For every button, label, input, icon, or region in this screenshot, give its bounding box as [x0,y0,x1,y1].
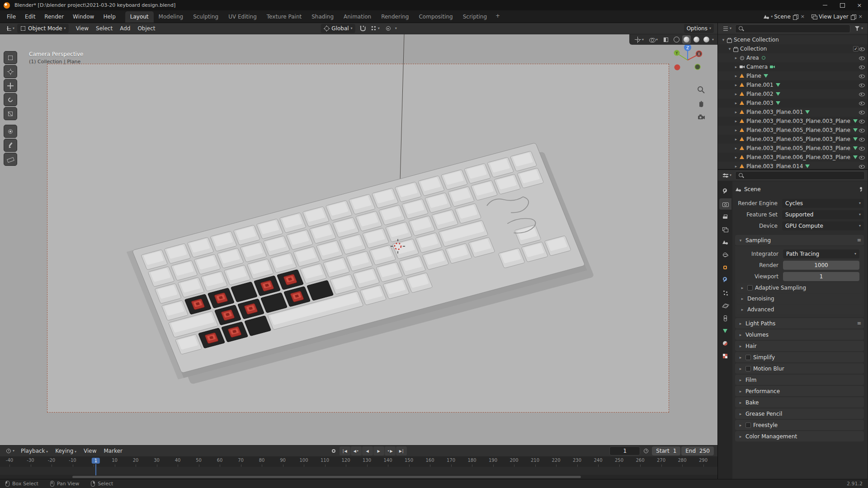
shading-wireframe-button[interactable] [672,35,681,44]
subsection-header[interactable]: Advanced [737,305,862,314]
frame-start-field[interactable]: Start 1 [652,446,680,455]
disclosure-caret[interactable] [733,146,739,150]
panel-menu-icon[interactable]: ≡ [857,237,861,243]
outliner-row[interactable]: Collection [718,44,868,53]
outliner-row[interactable]: Plane.003_Plane.001 [718,108,868,117]
snap-toggle[interactable] [357,24,367,33]
timeline-ruler[interactable]: -40-30-20-100102030405060708090100110120… [0,457,717,467]
shading-solid-button[interactable] [682,35,691,44]
properties-section-header[interactable]: Motion Blur [735,363,864,374]
outliner-row[interactable]: Scene Collection [718,35,868,44]
menubar-item[interactable]: Edit [21,12,39,21]
shading-dropdown[interactable]: ▾ [712,38,714,42]
properties-editor-type-button[interactable]: ▾ [721,171,733,180]
viewport-3d[interactable]: ▾ Object Mode ▾ ViewSelectAddObject Glob… [0,23,717,445]
hide-eye-icon[interactable] [859,73,865,79]
timeline-scrollbar-thumb[interactable] [72,476,581,478]
subsection-header[interactable]: Denoising [737,294,862,304]
integrator-dropdown[interactable]: Path Tracing▾ [783,249,859,258]
properties-tab[interactable] [719,338,731,349]
show-gizmo-dropdown[interactable]: ▾ [633,35,646,44]
properties-section-header[interactable]: Freestyle [735,420,864,430]
timeline-menu-item[interactable]: Playback [17,446,52,455]
samples-number-field[interactable]: 1000 [783,261,859,270]
properties-search-input[interactable] [735,171,865,180]
outliner-row[interactable]: Plane.003_Plane.006_Plane.003_Plane. [718,153,868,162]
properties-section-header[interactable]: Simplify [735,352,864,362]
hide-eye-icon[interactable] [859,145,865,151]
transform-orientation-dropdown[interactable]: Global ▾ [321,24,355,33]
disclosure-caret[interactable] [733,92,739,96]
shading-material-button[interactable] [692,35,701,44]
field-dropdown[interactable]: Supported▾ [782,210,864,219]
outliner-row[interactable]: Plane.003_Plane.014 [718,162,868,169]
proportional-dropdown[interactable]: ▾ [395,27,397,30]
hide-eye-icon[interactable] [859,163,865,169]
auto-keying-toggle[interactable] [329,446,339,455]
outliner-row[interactable]: Area [718,53,868,62]
field-dropdown[interactable]: GPU Compute▾ [782,221,864,230]
hide-eye-icon[interactable] [859,55,865,61]
properties-section-header[interactable]: Performance [735,386,864,396]
outliner-row[interactable]: Plane.003_Plane.003_Plane.003_Plane. [718,117,868,126]
workspace-tab[interactable]: Animation [339,11,376,23]
timeline-menu-item[interactable]: Keying [52,446,80,455]
hide-eye-icon[interactable] [859,46,865,52]
playback-button[interactable] [373,446,384,455]
disclosure-caret[interactable] [733,110,739,114]
disclosure-caret[interactable] [733,74,739,78]
properties-tab[interactable] [719,312,731,324]
workspace-tab[interactable]: Modeling [154,11,189,23]
hide-eye-icon[interactable] [859,118,865,124]
properties-tab[interactable] [719,287,731,298]
hide-eye-icon[interactable] [859,154,865,160]
disclosure-caret[interactable] [733,155,739,160]
section-checkbox[interactable] [745,366,751,371]
view-layer-selector[interactable]: View Layer × [809,12,865,22]
hide-eye-icon[interactable] [859,127,865,133]
subsection-header[interactable]: Adaptive Sampling [737,283,862,293]
outliner-row[interactable]: Plane.003_Plane.005_Plane.003_Plane. [718,144,868,153]
overlays-dropdown[interactable]: ▾ [647,35,660,44]
properties-tab[interactable] [719,325,731,336]
options-dropdown[interactable]: Options ▾ [684,24,714,33]
disclosure-caret[interactable] [721,38,726,42]
minimize-button[interactable] [816,0,834,10]
workspace-tab[interactable]: Sculpting [188,11,223,23]
hide-eye-icon[interactable] [859,136,865,142]
shading-rendered-button[interactable] [702,35,711,44]
outliner-row[interactable]: Plane.001 [718,80,868,89]
timeline-menu-item[interactable]: Marker [100,446,126,455]
disclosure-caret[interactable] [733,101,739,105]
maximize-button[interactable] [834,0,851,10]
playback-button[interactable] [351,446,362,455]
tool-button[interactable] [4,79,17,92]
hide-eye-icon[interactable] [859,91,865,97]
properties-tab[interactable] [719,274,731,286]
unlink-scene-icon[interactable]: × [800,14,806,19]
subsection-checkbox[interactable] [747,285,753,291]
timeline-scrollbar[interactable] [0,475,717,479]
mode-dropdown[interactable]: Object Mode ▾ [17,24,69,33]
menubar-item[interactable]: Render [40,12,68,21]
hide-eye-icon[interactable] [859,82,865,88]
current-frame-field[interactable]: 1 [609,446,640,455]
proportional-edit-toggle[interactable] [383,24,393,33]
navigation-gizmo[interactable]: Z Y X [670,41,706,77]
properties-tab[interactable] [719,224,731,235]
viewport-menu-item[interactable]: View [72,24,92,33]
disclosure-caret[interactable] [733,128,739,132]
close-button[interactable]: × [851,0,868,10]
frame-end-field[interactable]: End 250 [681,446,714,455]
disclosure-caret[interactable] [733,65,739,69]
disclosure-caret[interactable] [733,56,739,60]
menubar-item[interactable]: Window [69,12,98,21]
editor-type-button[interactable]: ▾ [4,24,16,33]
disclosure-caret[interactable] [733,83,739,87]
timeline-editor-type-button[interactable]: ▾ [4,446,16,455]
outliner-row[interactable]: Plane.003_Plane.005_Plane.003_Plane. [718,135,868,144]
properties-tab[interactable] [719,211,731,222]
section-checkbox[interactable] [745,422,751,428]
properties-section-header[interactable]: Light Paths ≡ [735,318,864,328]
hide-eye-icon[interactable] [859,109,865,115]
